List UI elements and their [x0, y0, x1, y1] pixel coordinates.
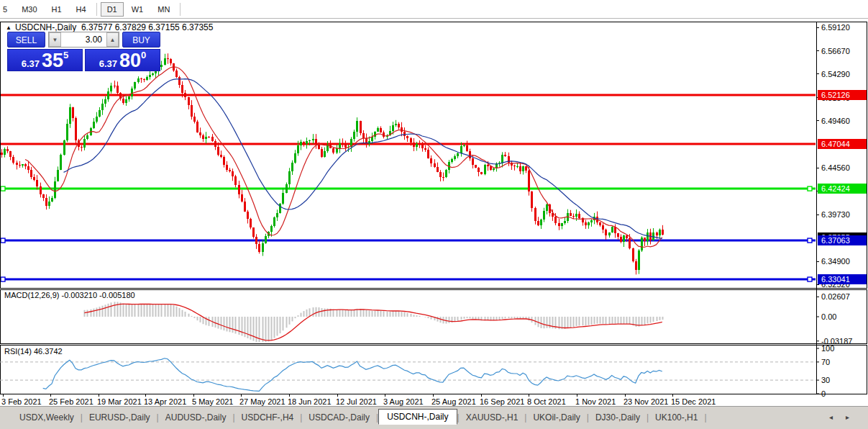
timeframe-toolbar: 5M30H1H4D1W1MN — [0, 0, 868, 19]
svg-text:6.34900: 6.34900 — [821, 257, 850, 266]
x-axis-date-label: 19 Mar 2021 — [97, 397, 142, 406]
tab-scroll-right-icon[interactable]: ▸ — [846, 413, 862, 421]
timeframe-button-h1[interactable]: H1 — [45, 2, 68, 17]
level-price-label: 6.52126 — [818, 90, 867, 100]
svg-text:0: 0 — [821, 389, 826, 398]
x-axis-date-label: 1 Nov 2021 — [575, 397, 616, 406]
svg-text:0.02607: 0.02607 — [821, 292, 850, 301]
volume-input[interactable]: 3.00 — [61, 32, 106, 47]
svg-text:6.54290: 6.54290 — [821, 70, 850, 78]
svg-text:6.44560: 6.44560 — [821, 163, 850, 172]
x-axis-date-label: 25 Aug 2021 — [431, 397, 476, 406]
toolbar-separator — [180, 3, 181, 16]
chart-tab-usdx-weekly[interactable]: USDX,Weekly — [13, 410, 81, 425]
svg-text:6.59120: 6.59120 — [821, 23, 850, 32]
svg-text:6.39730: 6.39730 — [821, 210, 850, 219]
x-axis-date-label: 3 Aug 2021 — [383, 397, 424, 406]
x-axis-date-label: 16 Sep 2021 — [480, 397, 524, 406]
x-axis-date-label: 23 Nov 2021 — [623, 397, 668, 406]
buy-price-sup: 0 — [141, 51, 146, 60]
chart-tab-ukoil-daily[interactable]: UKOil-,Daily — [526, 410, 586, 425]
timeframe-button-h4[interactable]: H4 — [70, 2, 93, 17]
x-axis-date-label: 15 Dec 2021 — [671, 397, 716, 406]
macd-indicator-label: MACD(12,26,9) -0.003210 -0.005180 — [4, 291, 135, 299]
x-axis-date-label: 3 Feb 2021 — [1, 397, 42, 406]
toolbar-separator — [96, 3, 97, 16]
sell-button[interactable]: SELL — [7, 32, 45, 48]
chart-tab-eurusd-daily[interactable]: EURUSD-,Daily — [83, 410, 157, 425]
timeframe-button-w1[interactable]: W1 — [125, 2, 150, 17]
volume-increase-icon[interactable]: ▲ — [106, 32, 119, 47]
chart-tab-uk100-h1[interactable]: UK100-,H1 — [649, 410, 704, 425]
svg-text:6.49460: 6.49460 — [821, 117, 850, 125]
collapse-chart-icon[interactable]: ▲ — [6, 24, 12, 31]
chart-tab-usdcnh-daily[interactable]: USDCNH-,Daily — [378, 409, 457, 425]
tab-scroll-left-icon[interactable]: ◂ — [829, 413, 846, 421]
rsi-indicator-label: RSI(14) 46.3742 — [4, 347, 63, 356]
x-axis-date-label: 25 Feb 2021 — [49, 397, 93, 406]
svg-text:100: 100 — [821, 344, 834, 353]
chart-tab-dj30-daily[interactable]: DJ30-,Daily — [589, 410, 647, 425]
level-price-label: 6.47044 — [818, 139, 867, 149]
chart-canvas[interactable]: 6.591206.566706.542906.518406.494606.445… — [0, 20, 868, 406]
timeframe-button-m30[interactable]: M30 — [15, 2, 43, 17]
buy-price-box[interactable]: 6.37 80 0 — [85, 49, 160, 71]
x-axis-date-label: 12 Jul 2021 — [336, 397, 377, 406]
svg-text:0.00: 0.00 — [821, 312, 836, 321]
tab-separator: | — [704, 412, 706, 423]
volume-decrease-icon[interactable]: ▼ — [49, 32, 61, 47]
chart-tab-xauusd-h1[interactable]: XAUUSD-,H1 — [460, 410, 525, 425]
sell-price-big: 35 — [42, 52, 63, 70]
trading-app-window: 5M30H1H4D1W1MN 6.591206.566706.542906.51… — [0, 0, 868, 429]
x-axis-date-label: 27 May 2021 — [239, 397, 285, 406]
timeframe-button-mn[interactable]: MN — [151, 2, 176, 17]
volume-spinner: ▼ 3.00 ▲ — [48, 32, 119, 48]
level-price-label: 6.42424 — [818, 184, 867, 194]
chart-tab-usdcad-daily[interactable]: USDCAD-,Daily — [302, 410, 376, 425]
chart-window: 6.591206.566706.542906.518406.494606.445… — [0, 19, 868, 406]
buy-price-prefix: 6.37 — [99, 58, 117, 70]
sell-price-prefix: 6.37 — [22, 58, 40, 70]
svg-text:30: 30 — [821, 376, 830, 384]
svg-text:70: 70 — [821, 358, 830, 366]
sell-price-box[interactable]: 6.37 35 5 — [7, 49, 83, 71]
sell-price-sup: 5 — [63, 51, 68, 60]
chart-symbol-title: ▲USDCNH-,Daily 6.37577 6.37829 6.37155 6… — [6, 22, 213, 32]
buy-button[interactable]: BUY — [122, 32, 160, 48]
x-axis-date-label: 18 Jun 2021 — [288, 397, 332, 406]
chart-symbol-label: USDCNH-,Daily — [15, 22, 76, 32]
chart-tab-usdchf-h4[interactable]: USDCHF-,H4 — [235, 410, 301, 425]
timeframe-button-5[interactable]: 5 — [1, 2, 14, 17]
buy-price-big: 80 — [119, 52, 141, 70]
svg-text:6.56670: 6.56670 — [821, 47, 850, 55]
level-price-label: 6.37063 — [818, 235, 867, 245]
chart-tab-audusd-daily[interactable]: AUDUSD-,Daily — [159, 410, 233, 425]
x-axis-date-label: 8 Oct 2021 — [527, 397, 566, 406]
x-axis-date-label: 5 May 2021 — [192, 397, 233, 406]
x-axis-date-label: 13 Apr 2021 — [144, 397, 186, 406]
one-click-trading-panel: SELL ▼ 3.00 ▲ BUY 6.37 35 5 6.37 80 0 — [7, 32, 160, 73]
level-price-label: 6.33041 — [818, 274, 867, 284]
chart-ohlc-values: 6.37577 6.37829 6.37155 6.37355 — [81, 22, 214, 32]
timeframe-button-d1[interactable]: D1 — [101, 2, 124, 17]
chart-tab-bar: USDX,Weekly|EURUSD-,Daily|AUDUSD-,Daily|… — [0, 406, 868, 429]
